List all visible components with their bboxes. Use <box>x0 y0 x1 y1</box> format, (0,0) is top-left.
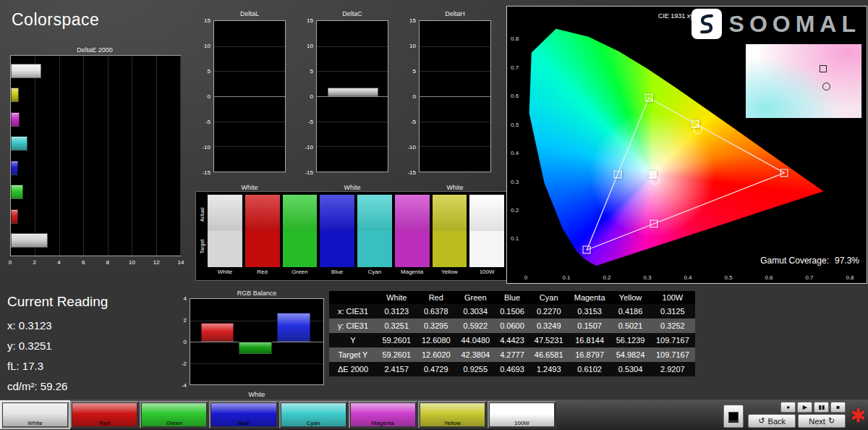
pause-button[interactable]: ▮▮ <box>814 402 829 413</box>
deltae2000-bars <box>11 59 180 253</box>
rgb-balance-title: RGB Balance <box>190 290 324 297</box>
gridline <box>214 96 285 97</box>
sample-button-white[interactable]: White <box>1 401 69 429</box>
next-button[interactable]: Next ↻ <box>798 414 846 428</box>
sample-button-green[interactable]: Green <box>140 401 208 429</box>
axis-tick: 10 <box>307 42 313 49</box>
soomal-logo-icon <box>692 9 722 39</box>
table-cell: 4.2777 <box>495 347 529 362</box>
actual-swatch <box>208 195 242 231</box>
measurement-table: WhiteRedGreenBlueCyanMagentaYellow100Wx:… <box>329 291 695 376</box>
comparison-column-blue: Blue <box>320 195 354 278</box>
axis-tick: 10 <box>409 42 416 49</box>
display-mode-button[interactable] <box>723 405 744 428</box>
back-label: Back <box>768 417 786 426</box>
sample-button-magenta[interactable]: Magenta <box>349 401 417 429</box>
sample-button-label: Blue <box>210 420 276 426</box>
target-swatch <box>395 231 430 267</box>
table-cell: 0.5304 <box>610 362 650 376</box>
sample-button-red[interactable]: Red <box>70 401 139 429</box>
table-row: ΔE 20002.41570.47290.92550.46931.24930.6… <box>329 362 695 376</box>
table-cell: 56.1239 <box>610 333 650 347</box>
deltae-bar-cyan <box>11 136 27 151</box>
axis-tick: 12 <box>153 259 160 266</box>
table-cell: 46.6581 <box>529 347 569 362</box>
current-reading: Current Reading x: 0.3123y: 0.3251fL: 17… <box>7 294 108 397</box>
target-swatch <box>283 231 318 267</box>
table-cell: 16.8144 <box>569 333 610 347</box>
sample-bar: WhiteRedGreenBlueCyanMagentaYellow100W <box>1 401 556 429</box>
table-cell: 0.3252 <box>650 319 695 333</box>
axis-tick: 4 <box>57 259 60 266</box>
table-header-cell: Yellow <box>610 291 650 304</box>
table-cell: 16.8797 <box>569 347 610 362</box>
bottom-bar: WhiteRedGreenBlueCyanMagentaYellow100W ●… <box>0 400 868 430</box>
table-header-cell: White <box>377 291 417 304</box>
gridline <box>317 146 388 147</box>
comparison-column-label: White <box>208 267 242 278</box>
reading-cdm2: cd/m²: 59.26 <box>7 376 108 397</box>
axis-tick: 0 <box>310 93 313 100</box>
target-swatch <box>469 231 504 267</box>
table-row: Y59.260112.608044.04804.442347.523116.81… <box>329 333 695 347</box>
back-button[interactable]: ↺ Back <box>748 414 796 428</box>
comparison-column-magenta: Magenta <box>395 195 430 278</box>
asterisk-logo-icon: ✱ <box>850 403 866 428</box>
table-cell: 0.3125 <box>650 304 695 319</box>
table-header-cell: 100W <box>650 291 695 304</box>
table-cell: 2.4157 <box>377 362 417 376</box>
gridline <box>214 46 285 47</box>
table-cell: 109.7167 <box>650 347 695 362</box>
deltae-bar-row <box>11 204 180 229</box>
table-cell: 0.3123 <box>377 304 417 319</box>
axis-tick: 14 <box>178 259 184 266</box>
sample-button-yellow[interactable]: Yellow <box>418 401 487 429</box>
target-swatch <box>208 231 242 267</box>
play-button[interactable]: ▶ <box>797 402 812 413</box>
sample-button-100w[interactable]: 100W <box>488 401 556 429</box>
inset-target-marker <box>822 83 830 90</box>
table-cell: 0.9255 <box>456 362 495 376</box>
sample-button-cyan[interactable]: Cyan <box>279 401 348 429</box>
actual-swatch <box>245 195 280 231</box>
comparison-strip: Actual Target WhiteRedGreenBlueCyanMagen… <box>195 191 508 281</box>
gamut-coverage-label: Gamut Coverage: <box>760 256 829 266</box>
deltae-bar-row <box>11 107 180 132</box>
axis-tick: -10 <box>202 144 210 151</box>
cie-panel: 0.10.20.30.40.50.60.70.8 00.10.20.30.40.… <box>506 6 867 284</box>
sample-button-label: Magenta <box>350 420 416 426</box>
axis-tick: 6 <box>82 259 85 266</box>
deltah-xlabel: White <box>419 184 491 191</box>
reading-fl: fL: 17.3 <box>7 356 108 376</box>
table-cell: 42.3804 <box>456 347 495 362</box>
table-header-cell: Blue <box>495 291 529 304</box>
actual-swatch <box>433 195 467 231</box>
deltac-chart: DeltaC 151050-5-10-15 White <box>300 9 388 191</box>
table-cell: 2.9207 <box>650 362 695 376</box>
axis-tick: 0 <box>524 274 527 281</box>
table-cell: 0.4186 <box>610 304 650 319</box>
table-header-row: WhiteRedGreenBlueCyanMagentaYellow100W <box>329 291 695 304</box>
capture-button[interactable]: ● <box>780 402 796 413</box>
stop-button[interactable]: ■ <box>830 402 846 413</box>
sample-button-label: Red <box>72 420 137 426</box>
next-label: Next <box>809 417 825 426</box>
comparison-column-yellow: Yellow <box>433 195 467 278</box>
deltah-yaxis: 151050-5-10-15 <box>403 20 417 172</box>
next-icon: ↻ <box>828 416 835 426</box>
axis-tick: -4 <box>182 382 187 389</box>
sample-button-blue[interactable]: Blue <box>209 401 278 429</box>
axis-tick: 5 <box>208 67 210 74</box>
deltal-plot <box>213 20 286 172</box>
deltah-chart: DeltaH 151050-5-10-15 White <box>403 9 491 191</box>
actual-swatch <box>320 195 354 231</box>
table-header-cell: Green <box>456 291 495 304</box>
actual-swatch <box>357 195 392 231</box>
chart-bar-white <box>328 88 379 96</box>
white-point-inset <box>746 44 861 118</box>
deltae-bar-row <box>11 83 180 108</box>
current-reading-lines: x: 0.3123y: 0.3251fL: 17.3cd/m²: 59.26 <box>7 316 108 397</box>
axis-tick: 0 <box>9 259 12 266</box>
rgb-balance-plot <box>190 298 324 385</box>
rgb-balance-chart: RGB Balance 420-2-4 White <box>178 288 326 398</box>
